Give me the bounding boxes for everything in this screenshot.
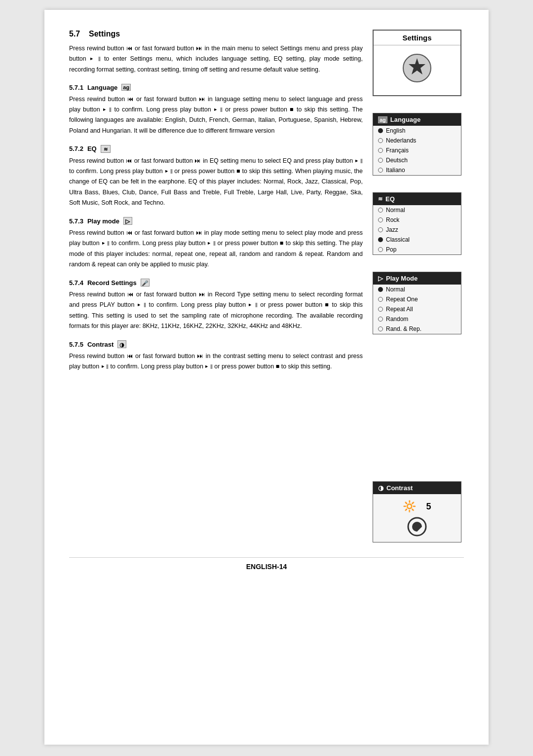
language-item-2: Français (373, 145, 461, 155)
playmode-item-2: Repeat All (373, 304, 461, 314)
radio-normal-eq (378, 208, 383, 213)
section-number: 5.7 (69, 30, 80, 38)
subsection-text-playmode: Press rewind button ⏮ or fast forward bu… (69, 228, 363, 270)
subsection-label-playmode: Play mode (87, 217, 119, 225)
eq-item-4: Pop (373, 245, 461, 254)
eq-item-1: Rock (373, 215, 461, 225)
eq-panel-title: EQ (385, 195, 395, 203)
eq-icon: ≋ (101, 145, 111, 153)
language-label-1: Nederlands (386, 137, 416, 144)
radio-nederlands (378, 138, 383, 143)
section-intro: Press rewind button ⏮ or fast forward bu… (69, 43, 363, 75)
playmode-label-3: Random (386, 316, 408, 323)
playmode-label-1: Repeat One (386, 296, 418, 303)
subsection-label-contrast: Contrast (87, 341, 114, 348)
section-5-7-2: 5.7.2 EQ ≋ Press rewind button ⏮ or fast… (69, 145, 363, 208)
language-item-3: Deutsch (373, 155, 461, 165)
radio-repeat-one (378, 297, 383, 302)
playmode-item-4: Rand. & Rep. (373, 324, 461, 334)
language-label-4: Italiano (386, 167, 405, 174)
subsection-label-language: Language (87, 84, 117, 91)
section-title: 5.7 Settings (69, 30, 363, 38)
playmode-label-0: Normal (386, 286, 405, 293)
radio-classical (378, 237, 383, 242)
subsection-text-eq: Press rewind button ⏮ or fast forward bu… (69, 156, 363, 208)
subsection-text-contrast: Press rewind button ⏮ or fast forward bu… (69, 351, 363, 372)
subsection-label-record: Record Settings (87, 279, 137, 287)
eq-item-3: Classical (373, 235, 461, 245)
eq-panel-header: ≋ EQ (373, 193, 461, 205)
subsection-title-record: 5.7.4 Record Settings 🎤 (69, 279, 363, 287)
radio-pop (378, 247, 383, 252)
radio-italiano (378, 168, 383, 173)
right-column: Settings ag Language Engl (373, 30, 464, 542)
playmode-panel-header: ▷ Play Mode (373, 272, 461, 285)
subsection-title-language: 5.7.1 Language ag (69, 84, 363, 91)
language-item-0: English (373, 126, 461, 136)
eq-label-3: Classical (386, 236, 410, 243)
language-panel: ag Language English Nederlands Français (373, 113, 461, 176)
subsection-num-contrast: 5.7.5 (69, 341, 83, 348)
subsection-num-eq: 5.7.2 (69, 145, 83, 152)
eq-label-1: Rock (386, 216, 399, 223)
subsection-title-playmode: 5.7.3 Play mode ▷ (69, 217, 363, 225)
settings-panel: Settings (373, 30, 461, 96)
playmode-header-icon: ▷ (378, 275, 383, 282)
radio-rock (378, 217, 383, 222)
radio-english (378, 128, 383, 133)
subsection-label-eq: EQ (87, 145, 97, 152)
contrast-panel: ◑ Contrast 🔆 5 (373, 481, 461, 542)
subsection-title-contrast: 5.7.5 Contrast ◑ (69, 340, 363, 348)
language-label-3: Deutsch (386, 157, 408, 164)
subsection-num-record: 5.7.4 (69, 279, 83, 287)
contrast-value: 5 (426, 502, 431, 512)
subsection-text-record: Press rewind button ⏮ or fast forward bu… (69, 289, 363, 331)
radio-repeat-all (378, 307, 383, 312)
footer: ENGLISH-14 (69, 557, 464, 571)
language-panel-header: ag Language (373, 113, 461, 126)
subsection-text-language: Press rewind button ⏮ or fast forward bu… (69, 94, 363, 136)
section-5-7-4: 5.7.4 Record Settings 🎤 Press rewind but… (69, 279, 363, 331)
language-item-4: Italiano (373, 165, 461, 175)
language-icon: ag (121, 84, 131, 91)
eq-label-0: Normal (386, 207, 405, 214)
radio-jazz (378, 227, 383, 232)
radio-normal-play (378, 287, 383, 292)
playmode-panel: ▷ Play Mode Normal Repeat One Repeat All (373, 272, 461, 334)
eq-label-4: Pop (386, 246, 396, 253)
eq-label-2: Jazz (386, 226, 398, 233)
contrast-icon-row: 🔆 5 (377, 500, 457, 513)
section-5-7-1: 5.7.1 Language ag Press rewind button ⏮ … (69, 84, 363, 136)
language-panel-title: Language (390, 116, 420, 123)
contrast-panel-header: ◑ Contrast (373, 482, 461, 494)
settings-panel-title: Settings (374, 31, 460, 45)
section-5-7-5: 5.7.5 Contrast ◑ Press rewind button ⏮ o… (69, 340, 363, 372)
eq-item-2: Jazz (373, 225, 461, 235)
record-icon: 🎤 (141, 279, 150, 287)
radio-rand-rep (378, 326, 383, 331)
radio-deutsch (378, 158, 383, 163)
settings-star-icon (402, 53, 432, 83)
playmode-icon: ▷ (123, 217, 132, 225)
subsection-title-eq: 5.7.2 EQ ≋ (69, 145, 363, 153)
contrast-header-icon: ◑ (378, 484, 383, 492)
playmode-label-4: Rand. & Rep. (386, 325, 421, 332)
subsection-num-playmode: 5.7.3 (69, 217, 83, 225)
section-5-7-3: 5.7.3 Play mode ▷ Press rewind button ⏮ … (69, 217, 363, 270)
language-label-2: Français (386, 147, 409, 154)
settings-panel-icon (374, 45, 460, 95)
playmode-label-2: Repeat All (386, 306, 413, 313)
contrast-c-icon (377, 517, 457, 538)
contrast-panel-title: Contrast (386, 484, 413, 492)
section-5-7: 5.7 Settings Press rewind button ⏮ or fa… (69, 30, 363, 75)
language-header-icon: ag (378, 116, 387, 123)
content-area: 5.7 Settings Press rewind button ⏮ or fa… (69, 30, 464, 542)
eq-panel: ≋ EQ Normal Rock Jazz Classical (373, 192, 461, 255)
radio-francais (378, 148, 383, 153)
language-label-0: English (386, 127, 405, 134)
page: 5.7 Settings Press rewind button ⏮ or fa… (44, 10, 489, 745)
contrast-brightness-icon: 🔆 (403, 500, 416, 513)
eq-header-icon: ≋ (378, 196, 382, 202)
footer-text: ENGLISH-14 (246, 563, 287, 571)
language-item-1: Nederlands (373, 136, 461, 145)
